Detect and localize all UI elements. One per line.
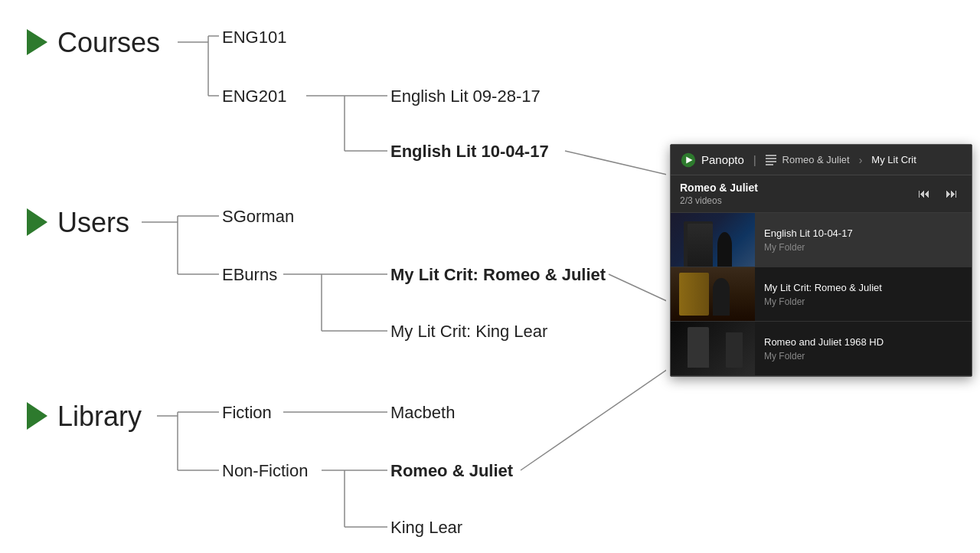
english-lit-0928-label: English Lit 09-28-17 [390, 87, 541, 106]
panopto-header: Panopto | Romeo & Juliet › My Lit Crit [671, 145, 972, 175]
courses-expand-icon[interactable] [27, 29, 47, 55]
users-expand-icon[interactable] [27, 208, 47, 236]
breadcrumb-sep1: | [753, 154, 756, 166]
king-lear-label: King Lear [390, 518, 462, 537]
eburns-label: EBurns [222, 265, 277, 284]
svg-line-8 [565, 151, 666, 175]
video-item-3[interactable]: Romeo and Juliet 1968 HD My Folder [671, 322, 972, 376]
video-item-1[interactable]: English Lit 10-04-17 My Folder [671, 213, 972, 267]
svg-line-27 [521, 368, 666, 470]
video-title-2: My Lit Crit: Romeo & Juliet [764, 282, 962, 293]
eng201-label: ENG201 [222, 87, 286, 106]
panopto-logo-text: Panopto [701, 153, 744, 166]
courses-label: Courses [57, 27, 160, 58]
sgorman-label: SGorman [222, 207, 294, 226]
my-lit-crit-romeo-label: My Lit Crit: Romeo & Juliet [390, 265, 606, 284]
users-label: Users [57, 207, 129, 238]
playlist-title: Romeo & Juliet [680, 182, 758, 194]
playlist-icon [766, 155, 778, 165]
svg-rect-31 [766, 158, 776, 159]
breadcrumb-playlist-label: Romeo & Juliet [782, 154, 850, 165]
video-thumb-2 [671, 267, 755, 321]
tree-diagram: Courses ENG101 ENG201 English Lit 09-28-… [0, 0, 666, 553]
panopto-logo: Panopto [680, 152, 744, 169]
english-lit-1004-label: English Lit 10-04-17 [390, 142, 549, 161]
video-folder-3: My Folder [764, 351, 962, 362]
breadcrumb-current-label: My Lit Crit [871, 154, 916, 165]
panopto-panel: Panopto | Romeo & Juliet › My Lit Crit R… [670, 144, 972, 377]
svg-line-17 [609, 274, 666, 303]
breadcrumb-current-item: My Lit Crit [871, 154, 916, 165]
svg-rect-32 [766, 161, 776, 162]
eng101-label: ENG101 [222, 28, 286, 47]
romeo-juliet-label: Romeo & Juliet [390, 461, 514, 480]
playlist-info: Romeo & Juliet 2/3 videos [680, 182, 758, 206]
video-title-3: Romeo and Juliet 1968 HD [764, 336, 962, 348]
library-expand-icon[interactable] [27, 402, 47, 430]
non-fiction-label: Non-Fiction [222, 461, 308, 480]
my-lit-crit-king-label: My Lit Crit: King Lear [390, 322, 547, 341]
playlist-controls: ⏮ ⏭ [913, 184, 962, 204]
svg-rect-30 [766, 155, 776, 156]
playlist-subheader: Romeo & Juliet 2/3 videos ⏮ ⏭ [671, 175, 972, 213]
video-info-1: English Lit 10-04-17 My Folder [755, 220, 972, 260]
fiction-label: Fiction [222, 403, 272, 422]
video-info-3: Romeo and Juliet 1968 HD My Folder [755, 329, 972, 369]
playlist-count: 2/3 videos [680, 195, 758, 206]
video-thumb-3 [671, 322, 755, 375]
video-folder-2: My Folder [764, 296, 962, 307]
video-info-2: My Lit Crit: Romeo & Juliet My Folder [755, 274, 972, 315]
video-thumb-1 [671, 213, 755, 267]
svg-rect-33 [766, 164, 773, 165]
next-button[interactable]: ⏭ [941, 184, 962, 204]
macbeth-label: Macbeth [390, 403, 455, 422]
video-item-2[interactable]: My Lit Crit: Romeo & Juliet My Folder [671, 267, 972, 322]
video-title-1: English Lit 10-04-17 [764, 227, 962, 239]
video-folder-1: My Folder [764, 242, 962, 253]
prev-button[interactable]: ⏮ [913, 184, 935, 204]
panopto-logo-icon [680, 152, 697, 169]
breadcrumb-playlist-item[interactable]: Romeo & Juliet [766, 154, 850, 165]
library-label: Library [57, 401, 142, 432]
breadcrumb-chevron: › [859, 154, 863, 166]
